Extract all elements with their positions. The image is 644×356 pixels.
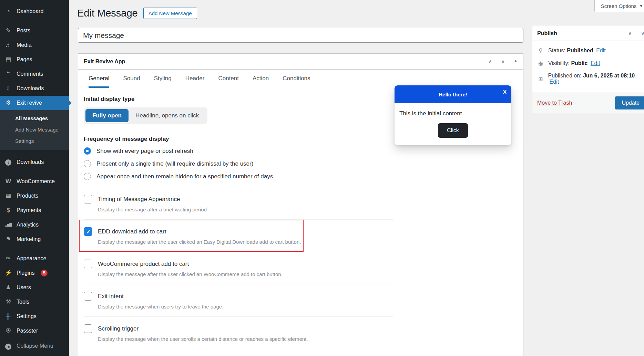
close-icon[interactable]: X — [503, 89, 507, 95]
frequency-option-hidden-days[interactable]: Appear once and then remain hidden for a… — [84, 173, 518, 180]
checkbox-unchecked-icon[interactable] — [84, 324, 92, 333]
sidebar-item-analytics[interactable]: ▂▅▇ Analytics — [0, 218, 69, 232]
trigger-description: Display the message when users try to le… — [98, 304, 393, 310]
publish-header: Publish ∧ ∨ — [532, 26, 644, 41]
sidebar-item-label: Passster — [17, 327, 38, 335]
collapse-menu-button[interactable]: ◀ Collapse Menu — [0, 339, 69, 353]
metabox-title: Exit Revive App — [84, 59, 125, 65]
sidebar-item-settings[interactable]: ╫ Settings — [0, 309, 69, 324]
move-up-icon[interactable]: ∧ — [628, 30, 632, 36]
radio-unchecked-icon[interactable] — [84, 173, 91, 180]
trigger-row-woocommerce: WooCommerce product add to cart Display … — [84, 252, 393, 284]
sidebar-item-label: Appearance — [17, 255, 46, 262]
move-down-icon[interactable]: ∨ — [501, 59, 505, 65]
sidebar-item-exit-revive[interactable]: ⚙ Exit revive — [0, 96, 69, 110]
sidebar-item-payments[interactable]: $ Payments — [0, 203, 69, 218]
timing-checkbox-row[interactable]: Timing of Message Appearance — [84, 195, 393, 203]
checkbox-checked-icon[interactable] — [84, 227, 92, 236]
move-to-trash-link[interactable]: Move to Trash — [537, 100, 572, 106]
sidebar-item-passster[interactable]: ✇ Passster — [0, 324, 69, 338]
popup-click-button[interactable]: Click — [438, 123, 468, 138]
exit-intent-checkbox-row[interactable]: Exit intent — [84, 292, 393, 301]
woocommerce-icon: W — [4, 178, 12, 185]
sidebar-item-pages[interactable]: ▤ Pages — [0, 52, 69, 67]
toggle-panel-icon[interactable]: ▲ — [514, 59, 518, 65]
sidebar-item-label: Marketing — [17, 235, 41, 243]
trigger-row-exit-intent: Exit intent Display the message when use… — [84, 284, 393, 316]
radio-checked-icon[interactable] — [84, 147, 91, 155]
sidebar-item-posts[interactable]: ✎ Posts — [0, 23, 69, 38]
tab-styling[interactable]: Styling — [154, 70, 172, 88]
pages-icon: ▤ — [4, 56, 12, 63]
frequency-option-every-refresh[interactable]: Show with every page or post refresh — [84, 147, 518, 155]
radio-label: Show with every page or post refresh — [96, 148, 193, 155]
checkbox-unchecked-icon[interactable] — [84, 260, 92, 268]
sidebar-item-dashboard[interactable]: ◔ Dashboard — [0, 4, 69, 19]
calendar-icon: ⊞ — [537, 76, 544, 82]
published-on-row: ⊞ Published on: Jun 6, 2025 at 08:10 Edi… — [537, 73, 644, 85]
sidebar-item-label: Exit revive — [17, 99, 42, 107]
sidebar-item-comments[interactable]: ❝ Comments — [0, 67, 69, 81]
trigger-label: Exit intent — [98, 293, 124, 300]
edit-published-date-link[interactable]: Edit — [550, 79, 559, 85]
bar-chart-icon: ▂▅▇ — [4, 221, 12, 229]
radio-unchecked-icon[interactable] — [84, 160, 91, 167]
fully-open-option[interactable]: Fully open — [85, 109, 129, 122]
edd-checkbox-row[interactable]: EDD download add to cart — [84, 227, 393, 236]
sidebar-item-woocommerce[interactable]: W WooCommerce — [0, 174, 69, 189]
message-title-input[interactable] — [78, 28, 523, 43]
submenu-item-settings[interactable]: Settings — [0, 135, 69, 147]
edit-status-link[interactable]: Edit — [596, 48, 606, 53]
tab-header[interactable]: Header — [185, 70, 205, 88]
tab-content[interactable]: Content — [218, 70, 239, 88]
submenu-item-all-messages[interactable]: All Messages — [0, 113, 69, 124]
metabox-header: Exit Revive App ∧ ∨ ▲ — [78, 54, 523, 70]
tab-action[interactable]: Action — [253, 70, 269, 88]
sidebar-item-marketing[interactable]: ⚑ Marketing — [0, 232, 69, 247]
frequency-option-single-time[interactable]: Present only a single time (will require… — [84, 160, 518, 167]
sidebar-item-media[interactable]: ♬ Media — [0, 38, 69, 52]
sidebar-item-label: Users — [17, 284, 31, 291]
publish-metabox: Publish ∧ ∨ ⚲ Status: Published Edit ◉ V… — [532, 26, 644, 114]
status-value: Published — [567, 48, 593, 53]
tab-general[interactable]: General — [89, 70, 109, 88]
popup-header: Hello there! X — [395, 85, 511, 103]
tab-sound[interactable]: Sound — [123, 70, 140, 88]
popup-content-text: This is the initial content. — [399, 110, 507, 117]
comment-bubble-icon: ❝ — [4, 70, 12, 78]
scrolling-checkbox-row[interactable]: Scrolling trigger — [84, 324, 393, 333]
sidebar-item-label: Tools — [17, 298, 29, 306]
sidebar-item-label: Settings — [17, 313, 37, 320]
sidebar-item-tools[interactable]: ⚒ Tools — [0, 295, 69, 309]
initial-display-segmented-control: Fully open Headline, opens on click — [84, 107, 207, 124]
woocommerce-checkbox-row[interactable]: WooCommerce product add to cart — [84, 260, 393, 268]
published-on-value: Jun 6, 2025 at 08:10 — [583, 73, 635, 78]
dashboard-icon: ◔ — [4, 8, 12, 15]
headline-option[interactable]: Headline, opens on click — [129, 109, 206, 122]
add-new-message-button[interactable]: Add New Message — [143, 8, 197, 19]
sidebar-item-label: Dashboard — [17, 8, 43, 15]
sidebar-item-plugins[interactable]: ⚡ Plugins 5 — [0, 266, 69, 280]
edit-visibility-link[interactable]: Edit — [591, 60, 600, 66]
checkbox-unchecked-icon[interactable] — [84, 292, 92, 301]
checkbox-unchecked-icon[interactable] — [84, 195, 92, 203]
sidebar-item-downloads[interactable]: ⇩ Downloads — [0, 81, 69, 96]
admin-sidebar: ◔ Dashboard ✎ Posts ♬ Media ▤ Pages ❝ Co… — [0, 0, 69, 356]
trigger-row-edd: EDD download add to cart Display the mes… — [84, 220, 393, 252]
move-up-icon[interactable]: ∧ — [488, 59, 492, 65]
sidebar-item-appearance[interactable]: ✑ Appearance — [0, 251, 69, 266]
sidebar-item-products[interactable]: ▦ Products — [0, 189, 69, 203]
submenu-item-add-new-message[interactable]: Add New Message — [0, 124, 69, 135]
lock-icon: ✇ — [4, 327, 12, 335]
tab-conditions[interactable]: Conditions — [283, 70, 310, 88]
sliders-icon: ╫ — [4, 313, 12, 320]
sidebar-item-users[interactable]: ♟ Users — [0, 280, 69, 295]
sidebar-item-downloads-edd[interactable]: ↓ Downloads — [0, 155, 69, 169]
update-button[interactable]: Update — [615, 96, 644, 109]
gear-icon: ⚙ — [4, 99, 12, 107]
publish-footer: Move to Trash Update — [532, 92, 644, 114]
move-down-icon[interactable]: ∨ — [641, 30, 644, 36]
page-header: Edit Message Add New Message — [77, 8, 197, 19]
screen-options-label: Screen Options — [601, 3, 636, 9]
screen-options-button[interactable]: Screen Options ▼ — [594, 0, 644, 12]
